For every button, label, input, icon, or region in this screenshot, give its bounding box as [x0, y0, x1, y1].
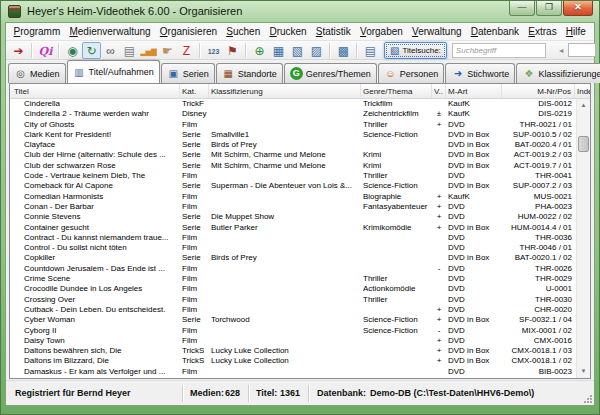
- app-icon: [8, 5, 21, 18]
- resize-grip[interactable]: [583, 394, 593, 404]
- column-header-klassifizierung[interactable]: Klassifizierung: [209, 84, 361, 98]
- menu-item-suchen[interactable]: Suchen: [222, 26, 265, 37]
- table-row[interactable]: Damaskus - Er kam als Verfolger und ...F…: [10, 367, 590, 377]
- tab-klassifizierungen[interactable]: ❖Klassifizierungen: [516, 63, 600, 83]
- table-row[interactable]: Cinderella 2 - Träume werden wahrDisneyZ…: [10, 109, 590, 119]
- table-cell: Club der schwarzen Rose: [10, 161, 180, 171]
- spinner-value-box[interactable]: [568, 43, 596, 57]
- titelliste-icon[interactable]: Z: [177, 42, 196, 59]
- tab-medien[interactable]: ◎Medien: [8, 63, 66, 83]
- column-header-m-nr-pos[interactable]: M-Nr/Pos: [502, 84, 575, 98]
- column-header-v[interactable]: V..: [432, 84, 446, 98]
- table-row[interactable]: Comeback für Al CaponeSerieSuperman - Di…: [10, 181, 590, 191]
- menu-item-extras[interactable]: Extras: [524, 26, 562, 37]
- scrollbar-thumb[interactable]: [578, 136, 589, 152]
- table-cell: Serie: [180, 130, 209, 140]
- exit-icon[interactable]: ➔: [9, 42, 28, 59]
- tab-titel-aufnahmen[interactable]: ▥Titel/Aufnahmen: [67, 60, 160, 83]
- title-bar[interactable]: Heyer's Heim-Videothek 6.00 - Organisier…: [1, 1, 599, 22]
- table-cell: Daisy Town: [10, 336, 180, 346]
- titel-uebernehmen-icon[interactable]: ▦: [269, 42, 288, 59]
- table-row[interactable]: Cutback - Dein Leben. Du entscheidest.Fi…: [10, 305, 590, 315]
- menu-item-vorgaben[interactable]: Vorgaben: [355, 26, 407, 37]
- tab-genres-themen[interactable]: GGenres/Themen: [284, 63, 377, 83]
- column-header-m-art[interactable]: M-Art: [446, 84, 502, 98]
- medium-hinzufuegen-icon[interactable]: ⊕: [250, 42, 269, 59]
- close-button[interactable]: ✕: [563, 1, 593, 16]
- druckvorschau-icon[interactable]: ▤: [361, 42, 380, 59]
- table-row[interactable]: Cyber WomanSerieTorchwoodScience-Fiction…: [10, 315, 590, 325]
- drucken-icon[interactable]: ▤: [120, 42, 139, 59]
- statistik-icon[interactable]: ▂▅▇: [139, 42, 158, 59]
- organisieren-icon[interactable]: ↻: [82, 42, 101, 59]
- vertical-scrollbar[interactable]: ▲ ▼: [576, 99, 590, 378]
- table-row[interactable]: Crossing OverFilmThrillerDVDTHR-0030: [10, 295, 590, 305]
- tab-personen[interactable]: ☺Personen: [378, 63, 445, 83]
- menu-item-programm[interactable]: Programm: [9, 26, 65, 37]
- table-cell: Club der Hirne (alternativ: Schule des .…: [10, 150, 180, 160]
- table-row[interactable]: Daltons bewähren sich, DieTrickSLucky Lu…: [10, 346, 590, 356]
- table-cell: Comeback für Al Capone: [10, 181, 180, 191]
- table-row[interactable]: City of GhostsFilmThriller+DVDTHR-0021 /…: [10, 120, 590, 130]
- table-row[interactable]: Comedian HarmonistsFilmBiographie+KaufKM…: [10, 192, 590, 202]
- table-cell: Film: [180, 367, 209, 377]
- table-row[interactable]: Contract - Du kannst niemandem traue...F…: [10, 233, 590, 243]
- table-row[interactable]: Club der schwarzen RoseSerieMit Schirm, …: [10, 161, 590, 171]
- table-cell: DVD: [446, 171, 502, 181]
- table-cell: +: [432, 120, 446, 130]
- menu-item-hilfe[interactable]: Hilfe: [561, 26, 590, 37]
- table-row[interactable]: Container gesuchtSerieButler ParkerKrimi…: [10, 223, 590, 233]
- table-cell: Thriller: [361, 274, 432, 284]
- menu-item-organisieren[interactable]: Organisieren: [155, 26, 221, 37]
- table-row[interactable]: CinderellaTrickFTrickfilmKaufKDIS-0012: [10, 99, 590, 109]
- table-row[interactable]: CopkillerSerieBirds of PreyDVD in BoxBAT…: [10, 253, 590, 263]
- markierung-icon[interactable]: ⚑: [223, 42, 242, 59]
- table-row[interactable]: Countdown Jerusalem - Das Ende ist ...Fi…: [10, 264, 590, 274]
- menu-item-medienverwaltung[interactable]: Medienverwaltung: [65, 26, 155, 37]
- column-header-titel[interactable]: Titel: [10, 84, 180, 98]
- nummernkreis-icon[interactable]: 123: [204, 42, 223, 59]
- titelsuche-button[interactable]: ▧ Titelsuche:: [384, 42, 447, 59]
- ausleihe-icon[interactable]: ☛: [158, 42, 177, 59]
- table-cell: Krimi: [361, 150, 432, 160]
- column-header-inde[interactable]: Inde: [575, 84, 590, 98]
- suchen-icon[interactable]: ∞: [101, 42, 120, 59]
- tab-serien[interactable]: ▣Serien: [161, 63, 215, 83]
- table-row[interactable]: Conan - Der BarbarFilmFantasyabenteuer+D…: [10, 202, 590, 212]
- tab-stichworte[interactable]: ➜Stichworte: [445, 63, 515, 83]
- datenbank-label: Datenbank:: [317, 388, 366, 398]
- quickinfo-icon[interactable]: Qi: [36, 42, 55, 59]
- table-cell: THR-0046 / 01: [502, 243, 575, 253]
- table-row[interactable]: Connie StevensSerieDie Muppet Show+DVDHU…: [10, 212, 590, 222]
- spinner-left-icon[interactable]: ◄: [558, 47, 565, 54]
- titel-speichern-icon[interactable]: ▩: [334, 42, 353, 59]
- table-row[interactable]: Control - Du sollst nicht tötenFilmDVDTH…: [10, 243, 590, 253]
- scroll-down-icon[interactable]: ▼: [577, 365, 590, 378]
- menu-item-datenbank[interactable]: Datenbank: [466, 26, 524, 37]
- menu-item-verwaltung[interactable]: Verwaltung: [407, 26, 466, 37]
- tab-standorte[interactable]: ▦Standorte: [216, 63, 283, 83]
- titel-bearbeiten-icon[interactable]: ▨: [307, 42, 326, 59]
- table-row[interactable]: Crocodile Dundee in Los AngelesFilmActio…: [10, 284, 590, 294]
- table-cell: Trickfilm: [361, 99, 432, 109]
- medienverwaltung-icon[interactable]: ◉: [63, 42, 82, 59]
- toolbar-separator: [31, 43, 33, 58]
- table-row[interactable]: Daltons im Blizzard, DieTrickSLucky Luke…: [10, 356, 590, 366]
- minimize-button[interactable]: —: [509, 1, 535, 16]
- maximize-button[interactable]: ❐: [536, 1, 562, 16]
- column-header-genre-thema[interactable]: Genre/Thema: [361, 84, 432, 98]
- titel-suchen-icon[interactable]: ▧: [288, 42, 307, 59]
- table-row[interactable]: Club der Hirne (alternativ: Schule des .…: [10, 150, 590, 160]
- table-row[interactable]: ClayfaceSerieBirds of PreyDVD in BoxBAT-…: [10, 140, 590, 150]
- table-row[interactable]: Daisy TownFilm+DVDCMX-0016: [10, 336, 590, 346]
- table-row[interactable]: Crime SceneFilmThrillerDVDTHR-0029: [10, 274, 590, 284]
- table-row[interactable]: Code - Vertraue keinem Dieb, TheFilmThri…: [10, 171, 590, 181]
- toolbar-separator: [245, 43, 247, 58]
- table-row[interactable]: Cyborg IIFilmScience-Fiction-DVDMIX-0001…: [10, 326, 590, 336]
- menu-item-drucken[interactable]: Drucken: [265, 26, 311, 37]
- table-row[interactable]: Clark Kent for President!SerieSmallville…: [10, 130, 590, 140]
- column-header-kat[interactable]: Kat.: [180, 84, 209, 98]
- scroll-up-icon[interactable]: ▲: [577, 99, 590, 112]
- search-input[interactable]: [452, 43, 546, 58]
- menu-item-statistik[interactable]: Statistik: [311, 26, 355, 37]
